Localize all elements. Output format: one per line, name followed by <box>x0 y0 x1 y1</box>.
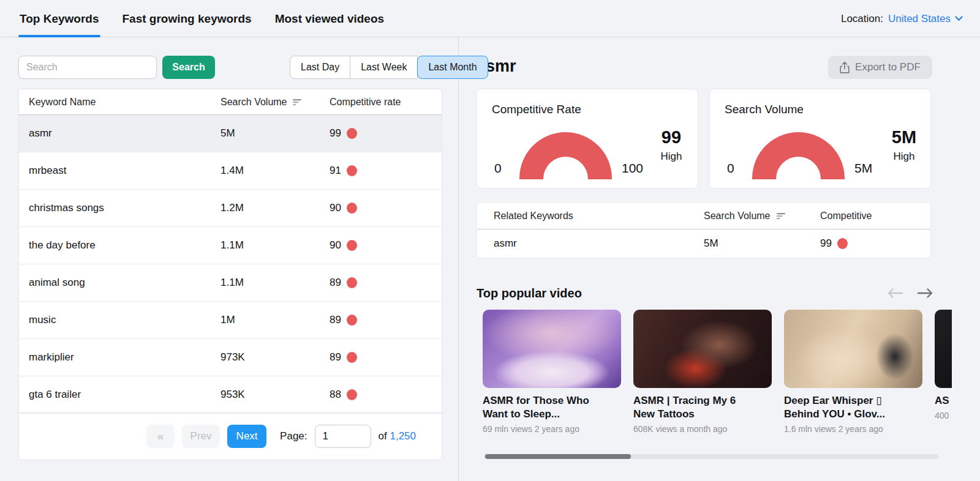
table-row[interactable]: christmas songs 1.2M 90 <box>19 190 442 227</box>
gauge-title: Competitive Rate <box>492 103 581 116</box>
export-to-pdf-button[interactable]: Export to PDF <box>828 56 932 79</box>
video-thumbnail <box>483 310 621 388</box>
pagination: « Prev Next Page: of 1,250 <box>19 412 442 460</box>
tab-bar: Top Keywords Fast growing keywords Most … <box>18 0 385 37</box>
gauge-arc <box>752 132 845 179</box>
keyword-controls: Search Last Day Last Week Last Month <box>18 56 488 79</box>
page-total: of 1,250 <box>379 430 416 442</box>
competitive-rate-dot <box>347 352 357 363</box>
filter-last-day[interactable]: Last Day <box>290 56 350 79</box>
video-card[interactable]: Deep Ear Whisper ▯ Behind YOU • Glov... … <box>784 310 922 436</box>
tab-fast-growing-keywords[interactable]: Fast growing keywords <box>121 0 253 37</box>
video-card[interactable]: AS Sle 400 <box>935 310 952 436</box>
keyword-cell: mrbeast <box>19 165 221 177</box>
video-card[interactable]: ASMR | Tracing My 6 New Tattoos 608K vie… <box>633 310 772 436</box>
table-row[interactable]: animal song 1.1M 89 <box>19 264 442 302</box>
rate-value: 99 <box>820 237 832 250</box>
table-row[interactable]: asmr 5M 99 <box>19 115 442 152</box>
rate-value: 91 <box>330 165 341 177</box>
time-filter-group: Last Day Last Week Last Month <box>290 56 488 79</box>
competitive-rate-dot <box>347 203 357 214</box>
volume-cell: 5M <box>704 237 820 250</box>
keyword-cell: christmas songs <box>19 202 221 214</box>
rate-value: 90 <box>330 239 341 252</box>
keyword-cell: animal song <box>19 277 221 289</box>
tab-most-viewed-videos[interactable]: Most viewed videos <box>274 0 385 37</box>
header-search-volume: Search Volume <box>704 211 771 222</box>
table-row[interactable]: music 1M 89 <box>19 302 442 339</box>
table-row[interactable]: the day before 1.1M 90 <box>19 227 442 264</box>
video-meta: 608K views a month ago <box>633 424 772 434</box>
table-row[interactable]: mrbeast 1.4M 91 <box>19 152 442 190</box>
prev-page-button[interactable]: Prev <box>182 425 220 448</box>
location-selector[interactable]: United States <box>888 13 963 25</box>
video-meta: 400 <box>935 411 952 420</box>
gauge-value: 5M <box>883 127 925 147</box>
volume-cell: 5M <box>221 127 330 140</box>
location-value: United States <box>888 13 951 25</box>
table-row[interactable]: markiplier 973K 89 <box>19 339 442 376</box>
volume-cell: 1M <box>221 314 330 326</box>
next-page-button[interactable]: Next <box>227 425 266 448</box>
header-search-volume: Search Volume <box>221 97 287 108</box>
carousel-scrollbar-thumb[interactable] <box>485 454 631 459</box>
rate-value: 99 <box>330 127 341 140</box>
video-meta: 1.6 mln views 2 years ago <box>784 424 922 434</box>
video-title: ASMR for Those Who Want to Sleep... <box>483 394 603 421</box>
first-page-button[interactable]: « <box>146 425 175 448</box>
video-title: Deep Ear Whisper ▯ Behind YOU • Glov... <box>784 394 904 421</box>
location-label: Location: <box>841 13 883 25</box>
location-control: Location: United States <box>841 0 963 37</box>
video-meta: 69 mln views 2 years ago <box>483 424 621 434</box>
carousel-prev-button[interactable] <box>886 286 904 301</box>
tab-top-keywords[interactable]: Top Keywords <box>18 0 100 37</box>
gauge-level: High <box>650 151 693 163</box>
header-related-keywords: Related Keywords <box>477 211 704 222</box>
top-popular-video-title: Top popular video <box>477 286 582 300</box>
rate-value: 89 <box>330 351 341 364</box>
header-competitive-rate: Competitive rate <box>330 97 442 108</box>
carousel-next-button[interactable] <box>916 286 935 301</box>
video-title: ASMR | Tracing My 6 New Tattoos <box>633 394 753 421</box>
header-competitive: Competitive <box>820 211 930 222</box>
related-keyword-row[interactable]: asmr 5M 99 <box>477 229 930 258</box>
panel-divider <box>458 37 459 481</box>
page-number-input[interactable] <box>315 425 371 448</box>
video-thumbnail <box>633 310 772 388</box>
video-thumbnail <box>935 310 952 388</box>
volume-cell: 1.2M <box>221 202 330 214</box>
gauge-min-label: 0 <box>727 161 734 176</box>
rate-value: 90 <box>330 202 341 214</box>
total-pages-link[interactable]: 1,250 <box>390 430 416 442</box>
related-keywords-table: Related Keywords Search Volume Competiti… <box>477 202 931 258</box>
filter-last-week[interactable]: Last Week <box>350 56 418 79</box>
keyword-cell: asmr <box>19 127 221 140</box>
video-card[interactable]: ASMR for Those Who Want to Sleep... 69 m… <box>483 310 621 436</box>
sort-descending-icon[interactable] <box>293 99 302 106</box>
filter-last-month[interactable]: Last Month <box>417 56 488 79</box>
keyword-cell: the day before <box>19 239 221 252</box>
competitive-rate-dot <box>347 128 357 139</box>
competitive-rate-dot <box>347 277 357 288</box>
sort-descending-icon[interactable] <box>777 212 786 220</box>
keyword-table-header: Keyword Name Search Volume Competitive r… <box>19 89 442 115</box>
gauge-min-label: 0 <box>494 161 502 176</box>
video-carousel: ASMR for Those Who Want to Sleep... 69 m… <box>483 310 952 436</box>
competitive-rate-dot <box>837 238 848 249</box>
related-keywords-header: Related Keywords Search Volume Competiti… <box>477 203 930 229</box>
gauge-max-label: 5M <box>854 161 872 176</box>
gauge-arc <box>519 132 612 179</box>
carousel-scrollbar-track[interactable] <box>484 454 938 459</box>
competitive-rate-dot <box>347 165 357 176</box>
table-row[interactable]: gta 6 trailer 953K 88 <box>19 376 442 414</box>
keyword-cell: gta 6 trailer <box>19 389 221 401</box>
search-input[interactable] <box>18 56 157 79</box>
keyword-cell: markiplier <box>19 351 221 364</box>
keyword-cell: asmr <box>477 237 704 250</box>
gauge-level: High <box>883 151 925 163</box>
rate-value: 89 <box>330 314 341 326</box>
search-button[interactable]: Search <box>162 56 215 79</box>
chevron-down-icon <box>955 16 963 21</box>
rate-value: 89 <box>330 277 341 289</box>
gauge-max-label: 100 <box>622 161 643 176</box>
